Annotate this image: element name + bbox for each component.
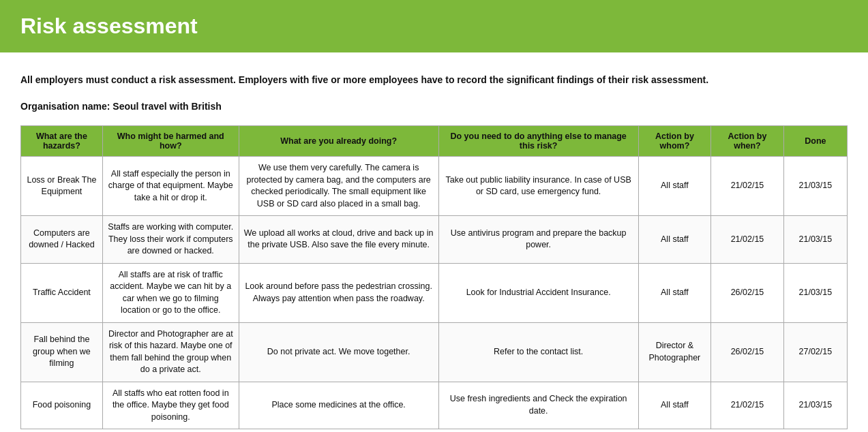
- col-header-when: Action by when?: [711, 126, 784, 157]
- table-cell: Refer to the contact list.: [438, 322, 638, 382]
- col-header-done: Done: [783, 126, 847, 157]
- main-content: All employers must conduct a risk assess…: [0, 52, 868, 432]
- table-cell: All staffs who eat rotten food in the of…: [102, 382, 239, 429]
- table-cell: Staffs are working with computer. They l…: [102, 216, 239, 264]
- table-cell: 21/03/15: [783, 157, 847, 216]
- table-cell: All staff: [638, 216, 711, 264]
- table-cell: Traffic Accident: [21, 263, 103, 322]
- table-cell: 21/02/15: [711, 157, 784, 216]
- table-cell: 26/02/15: [711, 322, 784, 382]
- table-cell: All staff: [638, 382, 711, 429]
- table-cell: 26/02/15: [711, 263, 784, 322]
- table-row: Loss or Break The EquipmentAll staff esp…: [21, 157, 848, 216]
- table-cell: Look for Industrial Accident Insurance.: [438, 263, 638, 322]
- table-cell: Food poisoning: [21, 382, 103, 429]
- risk-assessment-table: What are the hazards? Who might be harme…: [20, 125, 848, 429]
- table-cell: Use antivirus program and prepare the ba…: [438, 216, 638, 264]
- table-cell: 27/02/15: [783, 322, 847, 382]
- table-header-row: What are the hazards? Who might be harme…: [21, 126, 848, 157]
- table-row: Food poisoningAll staffs who eat rotten …: [21, 382, 848, 429]
- org-name: Organisation name: Seoul travel with Bri…: [20, 101, 848, 112]
- table-cell: Place some medicines at the office.: [239, 382, 438, 429]
- table-cell: Loss or Break The Equipment: [21, 157, 103, 216]
- table-cell: All staff: [638, 157, 711, 216]
- table-cell: All staff especially the person in charg…: [102, 157, 239, 216]
- table-cell: 21/02/15: [711, 382, 784, 429]
- col-header-doing: What are you already doing?: [239, 126, 438, 157]
- table-cell: 21/03/15: [783, 263, 847, 322]
- col-header-harmed: Who might be harmed and how?: [102, 126, 239, 157]
- table-cell: Computers are downed / Hacked: [21, 216, 103, 264]
- table-cell: 21/02/15: [711, 216, 784, 264]
- table-cell: Fall behind the group when we filming: [21, 322, 103, 382]
- table-cell: Do not private act. We move together.: [239, 322, 438, 382]
- col-header-manage: Do you need to do anything else to manag…: [438, 126, 638, 157]
- table-cell: Director & Photographer: [638, 322, 711, 382]
- col-header-hazards: What are the hazards?: [21, 126, 103, 157]
- table-row: Traffic AccidentAll staffs are at risk o…: [21, 263, 848, 322]
- table-cell: We use them very carefully. The camera i…: [239, 157, 438, 216]
- table-body: Loss or Break The EquipmentAll staff esp…: [21, 157, 848, 429]
- table-cell: Look around before pass the pedestrian c…: [239, 263, 438, 322]
- table-row: Computers are downed / HackedStaffs are …: [21, 216, 848, 264]
- table-cell: 21/03/15: [783, 382, 847, 429]
- page-title: Risk assessment: [20, 14, 848, 39]
- header-bar: Risk assessment: [0, 0, 868, 52]
- table-cell: 21/03/15: [783, 216, 847, 264]
- table-cell: All staff: [638, 263, 711, 322]
- table-cell: Director and Photographer are at risk of…: [102, 322, 239, 382]
- table-cell: Take out public liability insurance. In …: [438, 157, 638, 216]
- intro-text: All employers must conduct a risk assess…: [20, 73, 848, 87]
- col-header-whom: Action by whom?: [638, 126, 711, 157]
- table-cell: Use fresh ingredients and Check the expi…: [438, 382, 638, 429]
- table-row: Fall behind the group when we filmingDir…: [21, 322, 848, 382]
- table-cell: All staffs are at risk of traffic accide…: [102, 263, 239, 322]
- table-cell: We upload all works at cloud, drive and …: [239, 216, 438, 264]
